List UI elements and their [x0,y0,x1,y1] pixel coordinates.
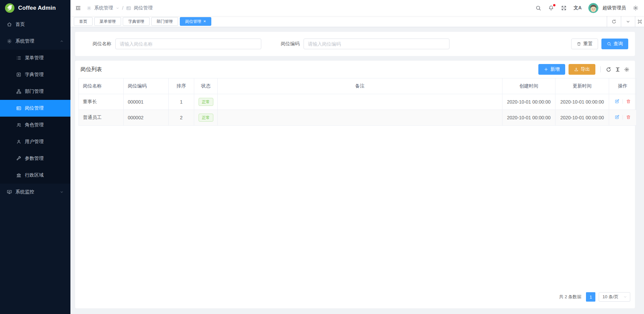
query-button[interactable]: 查询 [601,39,628,49]
tab-dept-mgmt[interactable]: 部门管理 [151,17,178,26]
sidebar-item-label: 字典管理 [25,72,44,78]
gear-icon [7,39,12,44]
edit-icon[interactable] [614,99,620,104]
sidebar-item-role-mgmt[interactable]: 角色管理 [0,117,70,133]
sidebar-item-post-mgmt[interactable]: 岗位管理 [0,100,70,117]
tab-post-mgmt[interactable]: 岗位管理 ✕ [180,17,211,26]
app-logo[interactable]: Coffee Admin [0,0,70,16]
search-form-card: 岗位名称 岗位编码 重置 查询 [75,32,635,56]
cell-remark [218,110,502,126]
sidebar-item-menu-mgmt[interactable]: 菜单管理 [0,50,70,66]
list-icon [16,55,21,61]
fold-sidebar-icon[interactable] [75,5,81,11]
sidebar-item-dict-mgmt[interactable]: 字典管理 [0,66,70,83]
chevron-down-icon [116,6,119,10]
tab-home[interactable]: 首页 [74,17,93,26]
sidebar-group-system[interactable]: 系统管理 [0,33,70,50]
sidebar-group-label: 系统监控 [15,189,34,195]
tab-menu-mgmt[interactable]: 菜单管理 [94,17,121,26]
sidebar-submenu-system: 菜单管理 字典管理 部门管理 岗位管理 角色管理 用户管理 参数管理 行政区域 [0,50,70,184]
app-title: Coffee Admin [18,5,56,11]
post-code-input[interactable] [304,39,449,49]
translate-icon[interactable]: 文A [574,5,582,11]
monitor-icon [7,189,12,195]
sidebar-item-label: 角色管理 [25,122,44,128]
col-actions: 操作 [609,78,637,94]
trash-icon[interactable] [626,99,631,104]
pagination-total: 共 2 条数据 [559,294,581,300]
col-post-name: 岗位名称 [79,78,124,94]
edit-icon[interactable] [614,115,620,120]
pagination-page-1[interactable]: 1 [586,292,595,302]
page-size-select[interactable]: 10 条/页 [599,292,630,302]
tabbar: 首页 菜单管理 字典管理 部门管理 岗位管理 ✕ [70,16,644,27]
search-icon[interactable] [535,5,541,11]
sidebar-item-label: 参数管理 [25,155,44,162]
cell-post-code: 000002 [124,110,169,126]
org-tree-icon [16,89,21,94]
cell-sort: 1 [169,94,194,110]
sidebar-item-label: 行政区域 [25,172,44,178]
refresh-icon[interactable] [606,67,611,72]
sidebar-item-param-mgmt[interactable]: 参数管理 [0,150,70,167]
post-code-label: 岗位编码 [276,41,300,47]
action-divider [623,115,623,120]
topbar-actions: 文A 超级管理员 [535,3,639,13]
add-button[interactable]: 新增 [538,64,565,75]
export-button[interactable]: 导出 [569,64,595,75]
post-table: 岗位名称 岗位编码 排序 状态 备注 创建时间 更新时间 操作 董事长 0000… [78,78,637,126]
col-remark: 备注 [218,78,502,94]
sidebar-item-home[interactable]: 首页 [0,16,70,33]
post-name-input[interactable] [115,39,261,49]
toolbar-divider [600,66,601,72]
line-height-icon[interactable] [615,67,621,72]
refresh-icon[interactable] [607,16,621,27]
gear-icon[interactable] [633,5,639,11]
page-title: 岗位列表 [80,66,102,73]
sidebar-item-user-mgmt[interactable]: 用户管理 [0,133,70,150]
cell-sort: 2 [169,110,194,126]
chevron-down-icon [60,190,64,194]
chevron-down-icon[interactable] [621,16,635,27]
dictionary-icon [16,72,21,77]
col-status: 状态 [194,78,218,94]
col-updated: 更新时间 [555,78,609,94]
tab-dict-mgmt[interactable]: 字典管理 [123,17,150,26]
sidebar-item-region[interactable]: 行政区域 [0,167,70,184]
badge-icon [126,6,131,11]
wrench-icon [16,156,21,161]
close-icon[interactable]: ✕ [203,20,206,23]
breadcrumb-item-system[interactable]: 系统管理 [94,5,113,11]
col-created: 创建时间 [502,78,555,94]
trash-icon [577,42,581,46]
bell-icon[interactable] [548,5,554,11]
avatar[interactable] [588,3,598,13]
cell-post-name: 董事长 [79,94,124,110]
reset-button[interactable]: 重置 [571,39,598,49]
breadcrumb-item-post: 岗位管理 [134,5,153,11]
cell-post-name: 普通员工 [79,110,124,126]
cell-post-code: 000001 [124,94,169,110]
sidebar-item-dept-mgmt[interactable]: 部门管理 [0,83,70,100]
gear-icon[interactable] [624,67,630,72]
cell-created: 2020-10-01 00:00:00 [502,110,555,126]
breadcrumb: 系统管理 / 岗位管理 [87,5,153,11]
cell-status: 正常 [194,110,218,126]
sidebar-group-label: 系统管理 [15,38,34,44]
trash-icon[interactable] [626,115,631,120]
content-area: 岗位名称 岗位编码 重置 查询 岗位列表 [70,27,644,314]
notification-dot [553,4,555,6]
maximize-icon[interactable] [635,16,644,27]
cell-updated: 2020-10-01 00:00:00 [555,94,609,110]
status-badge: 正常 [199,114,213,122]
username[interactable]: 超级管理员 [602,5,626,11]
home-icon [7,22,12,27]
card-header: 岗位列表 新增 导出 [78,61,632,78]
chevron-down-icon [623,295,627,299]
sidebar-group-monitor[interactable]: 系统监控 [0,184,70,200]
fullscreen-icon[interactable] [561,5,567,11]
cell-status: 正常 [194,94,218,110]
user-icon [16,139,21,144]
action-divider [623,99,623,104]
table-header-row: 岗位名称 岗位编码 排序 状态 备注 创建时间 更新时间 操作 [79,78,637,94]
